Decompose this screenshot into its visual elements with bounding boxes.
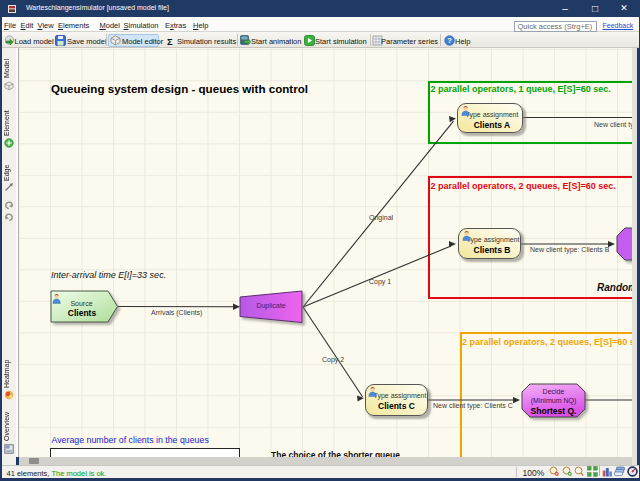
svg-text:?: ? [447, 36, 452, 45]
